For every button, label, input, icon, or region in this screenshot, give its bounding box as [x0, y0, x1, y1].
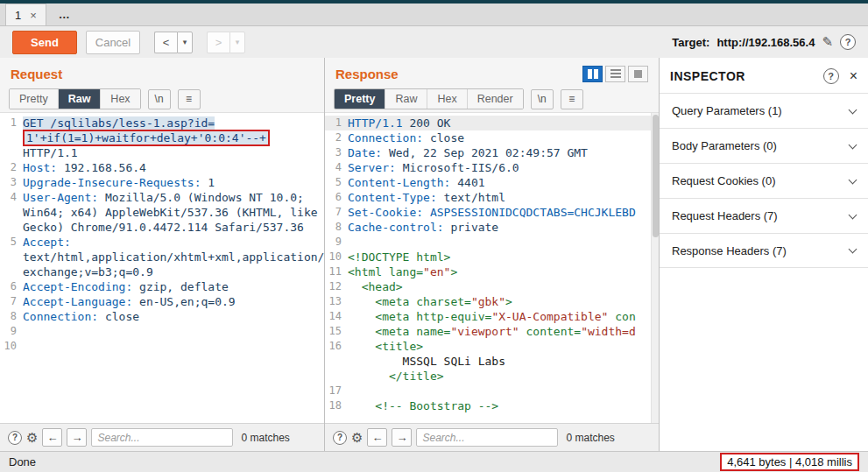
- response-menu-button[interactable]: ≡: [561, 89, 583, 109]
- code-text[interactable]: Date: Wed, 22 Sep 2021 02:49:57 GMT: [348, 145, 659, 160]
- code-line[interactable]: 1HTTP/1.1 200 OK: [325, 116, 659, 130]
- request-search-next-button[interactable]: →: [67, 428, 87, 447]
- history-forward-button[interactable]: >: [207, 32, 229, 53]
- code-line[interactable]: 3Date: Wed, 22 Sep 2021 02:49:57 GMT: [325, 145, 659, 160]
- code-line[interactable]: 2Connection: close: [325, 130, 659, 145]
- code-text[interactable]: Content-Length: 4401: [348, 175, 659, 190]
- request-tab-raw[interactable]: Raw: [58, 89, 101, 109]
- code-text[interactable]: <meta http-equiv="X-UA-Compatible" con: [348, 309, 659, 324]
- response-search-prev-button[interactable]: ←: [367, 428, 387, 447]
- code-text[interactable]: GET /sqlilabs/less-1.asp?id=1'+if(1=1)+w…: [23, 116, 324, 160]
- help-icon[interactable]: ?: [840, 34, 856, 50]
- code-text[interactable]: [348, 384, 659, 398]
- code-line[interactable]: 11<html lang="en">: [325, 264, 659, 279]
- code-text[interactable]: Connection: close: [23, 309, 324, 324]
- code-line[interactable]: 17: [325, 384, 659, 398]
- code-text[interactable]: Host: 192.168.56.4: [23, 160, 324, 175]
- history-forward-caret[interactable]: ▾: [229, 32, 245, 53]
- code-text[interactable]: <meta name="viewport" content="width=d: [348, 324, 659, 339]
- code-text[interactable]: Connection: close: [348, 130, 659, 145]
- code-line[interactable]: 8Connection: close: [0, 309, 324, 324]
- code-text[interactable]: [23, 324, 324, 339]
- code-text[interactable]: <head>: [348, 279, 659, 294]
- inspector-close-icon[interactable]: ×: [850, 68, 857, 84]
- code-line[interactable]: 2Host: 192.168.56.4: [0, 160, 324, 175]
- code-text[interactable]: <!DOCTYPE html>: [348, 250, 659, 264]
- code-line[interactable]: 16 <title> MSSQL SQLi Labs </title>: [325, 339, 659, 384]
- code-line[interactable]: 1GET /sqlilabs/less-1.asp?id=1'+if(1=1)+…: [0, 116, 324, 160]
- code-line[interactable]: 4Server: Microsoft-IIS/6.0: [325, 160, 659, 175]
- code-text[interactable]: Accept: text/html,application/xhtml+xml,…: [23, 235, 324, 279]
- code-text[interactable]: Cache-control: private: [348, 220, 659, 235]
- response-tab-hex[interactable]: Hex: [427, 89, 466, 109]
- request-search-prev-button[interactable]: ←: [42, 428, 62, 447]
- code-text[interactable]: User-Agent: Mozilla/5.0 (Windows NT 10.0…: [23, 190, 324, 235]
- code-line[interactable]: 10<!DOCTYPE html>: [325, 250, 659, 264]
- code-text[interactable]: [348, 235, 659, 250]
- code-line[interactable]: 8Cache-control: private: [325, 220, 659, 235]
- history-back-caret[interactable]: ▾: [177, 32, 193, 53]
- close-icon[interactable]: ×: [30, 9, 37, 22]
- code-line[interactable]: 13 <meta charset="gbk">: [325, 294, 659, 309]
- inspector-section-request-cookies[interactable]: Request Cookies (0): [660, 163, 868, 198]
- code-text[interactable]: Server: Microsoft-IIS/6.0: [348, 160, 659, 175]
- history-back-button[interactable]: <: [154, 32, 177, 53]
- code-line[interactable]: 6Content-Type: text/html: [325, 190, 659, 205]
- code-line[interactable]: 4User-Agent: Mozilla/5.0 (Windows NT 10.…: [0, 190, 324, 235]
- request-editor[interactable]: 1GET /sqlilabs/less-1.asp?id=1'+if(1=1)+…: [0, 112, 324, 423]
- response-scrollbar[interactable]: [651, 113, 659, 423]
- code-text[interactable]: <meta charset="gbk">: [348, 294, 659, 309]
- response-newline-toggle-button[interactable]: \n: [531, 89, 554, 109]
- layout-single-button[interactable]: [628, 66, 648, 82]
- request-search-help-icon[interactable]: ?: [8, 431, 22, 445]
- code-line[interactable]: 3Upgrade-Insecure-Requests: 1: [0, 175, 324, 190]
- code-line[interactable]: 12 <head>: [325, 279, 659, 294]
- edit-target-icon[interactable]: ✎: [822, 34, 833, 50]
- inspector-section-body-parameters[interactable]: Body Parameters (0): [660, 128, 868, 163]
- cancel-button[interactable]: Cancel: [86, 31, 140, 54]
- request-menu-button[interactable]: ≡: [178, 89, 201, 109]
- inspector-help-icon[interactable]: ?: [823, 68, 839, 84]
- request-tab-hex[interactable]: Hex: [100, 89, 139, 109]
- code-text[interactable]: Accept-Language: en-US,en;q=0.9: [23, 294, 324, 309]
- response-tab-pretty[interactable]: Pretty: [335, 89, 385, 109]
- code-line[interactable]: 9: [0, 324, 324, 339]
- send-button[interactable]: Send: [12, 31, 77, 54]
- response-tab-raw[interactable]: Raw: [385, 89, 427, 109]
- response-editor[interactable]: 1HTTP/1.1 200 OK2Connection: close3Date:…: [325, 112, 659, 423]
- request-search-settings-icon[interactable]: ⚙: [26, 430, 38, 446]
- layout-rows-button[interactable]: [605, 66, 625, 82]
- code-line[interactable]: 10: [0, 339, 324, 354]
- code-line[interactable]: 7Set-Cookie: ASPSESSIONIDCQDCTABS=CHCJKL…: [325, 205, 659, 220]
- code-line[interactable]: 5Content-Length: 4401: [325, 175, 659, 190]
- response-scrollbar-thumb[interactable]: [653, 115, 659, 237]
- code-text[interactable]: Set-Cookie: ASPSESSIONIDCQDCTABS=CHCJKLE…: [348, 205, 659, 220]
- repeater-tab-1[interactable]: 1 ×: [5, 4, 46, 25]
- code-text[interactable]: Accept-Encoding: gzip, deflate: [23, 279, 324, 294]
- code-text[interactable]: Content-Type: text/html: [348, 190, 659, 205]
- tab-overflow-button[interactable]: …: [46, 4, 82, 25]
- code-text[interactable]: Upgrade-Insecure-Requests: 1: [23, 175, 324, 190]
- request-newline-toggle-button[interactable]: \n: [148, 89, 171, 109]
- request-tab-pretty[interactable]: Pretty: [10, 89, 58, 109]
- code-line[interactable]: 6Accept-Encoding: gzip, deflate: [0, 279, 324, 294]
- response-search-next-button[interactable]: →: [392, 428, 412, 447]
- inspector-section-query-parameters[interactable]: Query Parameters (1): [660, 93, 868, 128]
- code-line[interactable]: 5Accept: text/html,application/xhtml+xml…: [0, 235, 324, 279]
- response-search-settings-icon[interactable]: ⚙: [351, 430, 363, 446]
- code-text[interactable]: <title> MSSQL SQLi Labs </title>: [348, 339, 659, 384]
- response-search-input[interactable]: [416, 428, 558, 447]
- code-line[interactable]: 15 <meta name="viewport" content="width=…: [325, 324, 659, 339]
- response-search-help-icon[interactable]: ?: [333, 431, 347, 445]
- code-line[interactable]: 9: [325, 235, 659, 250]
- code-line[interactable]: 18 <!-- Bootstrap -->: [325, 398, 659, 413]
- inspector-section-request-headers[interactable]: Request Headers (7): [660, 198, 868, 233]
- request-search-input[interactable]: [91, 428, 233, 447]
- layout-columns-button[interactable]: [582, 66, 603, 82]
- code-line[interactable]: 7Accept-Language: en-US,en;q=0.9: [0, 294, 324, 309]
- code-line[interactable]: 14 <meta http-equiv="X-UA-Compatible" co…: [325, 309, 659, 324]
- code-text[interactable]: HTTP/1.1 200 OK: [348, 116, 659, 130]
- code-text[interactable]: <html lang="en">: [348, 264, 659, 279]
- code-text[interactable]: <!-- Bootstrap -->: [348, 398, 659, 413]
- response-tab-render[interactable]: Render: [467, 89, 523, 109]
